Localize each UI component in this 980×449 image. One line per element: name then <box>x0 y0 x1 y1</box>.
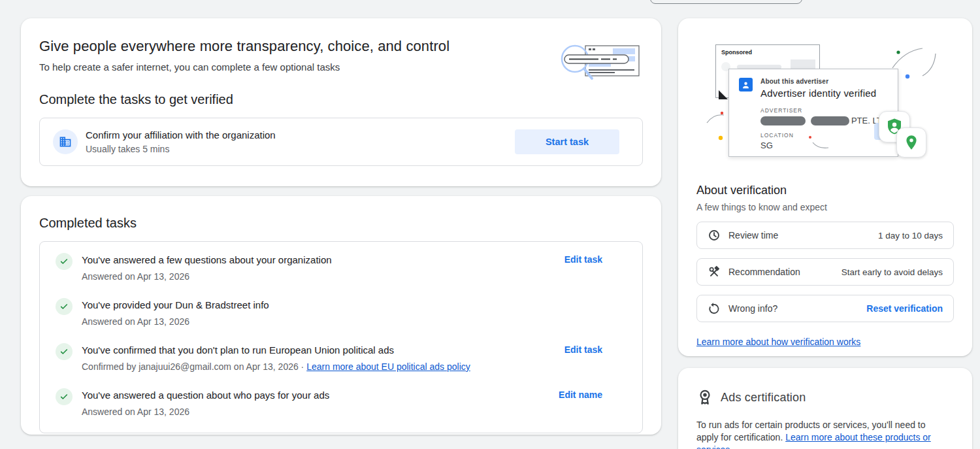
wrong-info-row: Wrong info? Reset verification <box>696 295 954 322</box>
edit-task-link[interactable]: Edit task <box>564 254 602 265</box>
wrong-info-label: Wrong info? <box>728 303 777 314</box>
advertiser-identity-verified-label: Advertiser identity verified <box>760 88 876 99</box>
clock-icon <box>708 229 721 242</box>
completed-task-title: You've answered a few questions about yo… <box>82 252 332 268</box>
redaction-scribble <box>760 116 806 125</box>
review-time-value: 1 day to 10 days <box>878 231 943 241</box>
completed-tasks-list: You've answered a few questions about yo… <box>39 241 643 433</box>
advertiser-name-redacted: PTE. LTD <box>760 116 888 125</box>
ads-certification-card: Ads certification To run ads for certain… <box>678 368 972 449</box>
about-verification-subtitle: A few things to know and expect <box>696 202 954 212</box>
review-time-label: Review time <box>728 230 778 241</box>
edit-task-link[interactable]: Edit task <box>564 344 602 355</box>
completed-task-title: You've answered a question about who pay… <box>82 388 329 403</box>
completed-tasks-title: Completed tasks <box>39 216 643 231</box>
completed-tasks-card: Completed tasks You've answered a few qu… <box>21 196 661 435</box>
verification-learn-more-link[interactable]: Learn more about how verification works <box>696 337 860 347</box>
top-cutoff-element <box>650 0 802 4</box>
about-this-advertiser-label: About this advertiser <box>760 78 876 85</box>
pending-task-subtitle: Usually takes 5 mins <box>86 144 276 154</box>
check-icon <box>56 343 73 360</box>
completed-task-title: You've provided your Dun & Bradstreet in… <box>82 297 269 313</box>
completed-task-texts: You've answered a question about who pay… <box>82 388 329 419</box>
tools-icon <box>708 265 721 278</box>
edit-name-link[interactable]: Edit name <box>559 390 602 400</box>
certification-badge-icon <box>696 389 713 406</box>
about-verification-title: About verification <box>696 184 954 197</box>
location-pin-icon <box>896 127 926 158</box>
advertiser-label: ADVERTISER <box>760 107 888 114</box>
check-icon <box>56 388 73 405</box>
pending-task-row: Confirm your affiliation with the organi… <box>39 118 643 166</box>
about-verification-card: Sponsored About this advertiser Advertis… <box>678 18 972 356</box>
location-label: LOCATION <box>760 132 888 139</box>
completed-task-row: You've confirmed that you don't plan to … <box>56 342 629 374</box>
completed-task-subtitle-text: Confirmed by janajuui26@gmail.com on Apr… <box>82 361 306 372</box>
sidebar: Sponsored About this advertiser Advertis… <box>678 18 972 449</box>
advertiser-identity-card: About this advertiser Advertiser identit… <box>728 69 898 157</box>
completed-task-texts: You've answered a few questions about yo… <box>82 252 332 284</box>
main-column: Give people everywhere more transparency… <box>21 18 661 435</box>
completed-task-texts: You've confirmed that you don't plan to … <box>82 342 470 374</box>
ads-certification-header: Ads certification <box>696 389 954 406</box>
advertiser-card-titles: About this advertiser Advertiser identit… <box>760 78 876 99</box>
ads-certification-body: To run ads for certain products or servi… <box>696 419 945 449</box>
recommendation-row: Recommendation Start early to avoid dela… <box>696 258 954 286</box>
sponsored-label: Sponsored <box>721 49 814 56</box>
check-icon <box>56 253 73 270</box>
review-time-row: Review time 1 day to 10 days <box>696 222 954 249</box>
tasks-section-title: Complete the tasks to get verified <box>39 92 643 107</box>
start-task-button[interactable]: Start task <box>515 129 619 154</box>
recommendation-value: Start early to avoid delays <box>841 267 943 277</box>
completed-task-row: You've answered a few questions about yo… <box>56 252 629 284</box>
check-icon <box>56 298 73 315</box>
completed-task-texts: You've provided your Dun & Bradstreet in… <box>82 297 269 329</box>
completed-task-row: You've provided your Dun & Bradstreet in… <box>56 297 629 329</box>
redaction-scribble <box>811 116 849 125</box>
completed-task-subtitle: Confirmed by janajuui26@gmail.com on Apr… <box>82 359 470 374</box>
person-icon <box>739 78 753 91</box>
page-title: Give people everywhere more transparency… <box>39 38 643 55</box>
verification-illustration: Sponsored About this advertiser Advertis… <box>696 37 954 167</box>
pending-task-texts: Confirm your affiliation with the organi… <box>86 129 276 154</box>
location-value: SG <box>760 141 888 150</box>
pending-task-title: Confirm your affiliation with the organi… <box>86 129 276 141</box>
magnifier-browser-illustration <box>558 42 640 82</box>
completed-task-title: You've confirmed that you don't plan to … <box>82 342 470 358</box>
completed-task-subtitle: Answered on Apr 13, 2026 <box>82 269 332 284</box>
eu-political-ads-policy-link[interactable]: Learn more about EU political ads policy <box>306 361 470 372</box>
verification-intro-card: Give people everywhere more transparency… <box>21 18 661 186</box>
recommendation-label: Recommendation <box>728 267 800 277</box>
reset-verification-link[interactable]: Reset verification <box>866 303 943 314</box>
decorative-shape <box>719 90 728 99</box>
reset-icon <box>708 302 721 315</box>
page-subtitle: To help create a safer internet, you can… <box>39 61 643 73</box>
ads-certification-title: Ads certification <box>721 391 806 405</box>
completed-task-subtitle: Answered on Apr 13, 2026 <box>82 314 269 329</box>
completed-task-subtitle: Answered on Apr 13, 2026 <box>82 405 329 419</box>
completed-task-row: You've answered a question about who pay… <box>56 388 629 419</box>
advertiser-card-header: About this advertiser Advertiser identit… <box>739 78 888 99</box>
organization-building-icon <box>53 129 78 154</box>
